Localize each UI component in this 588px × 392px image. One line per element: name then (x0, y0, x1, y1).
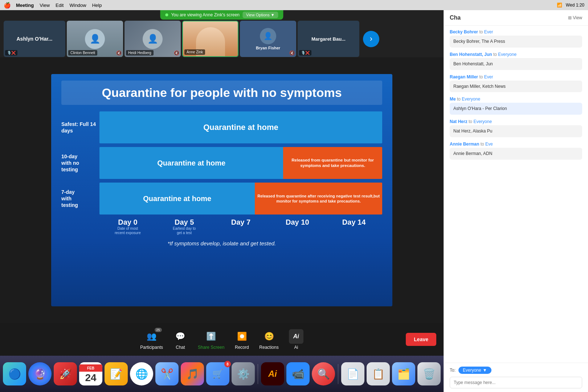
row-14day: Safest: Full 14 days Quarantine at home (61, 111, 382, 143)
ai-icon: Ai (293, 333, 299, 340)
participants-button[interactable]: 👥 25 Participants (140, 329, 163, 350)
message-text-5: Nat Herz, Alaska Pu (450, 125, 582, 137)
menu-help[interactable]: Help (92, 3, 102, 8)
label-14day: Safest: Full 14 days (61, 121, 99, 134)
chat-view-icon[interactable]: ⊞ View (568, 15, 582, 20)
menu-edit[interactable]: Edit (56, 3, 64, 8)
menubar: 🍎 Meeting View Edit Window Help 📶 Wed 1:… (0, 0, 588, 10)
bar-7day-orange: Released from quarantine after receiving… (255, 183, 382, 215)
participant-tile-anne[interactable]: Anne Zink (182, 21, 238, 57)
dock-launchpad[interactable]: 🚀 (54, 362, 77, 385)
share-screen-button[interactable]: ⬆️ Share Screen (198, 329, 224, 350)
menu-window[interactable]: Window (69, 3, 86, 8)
menu-view[interactable]: View (40, 3, 50, 8)
banner-dot (165, 13, 168, 16)
sender-ben: Ben Hohenstatt, Jun (450, 52, 492, 57)
mic-icon-bryan: 🔇 (289, 50, 295, 56)
bar-14day-blue: Quarantine at home (99, 111, 382, 143)
chat-message-2: Ben Hohenstatt, Jun to Everyone Ben Hohe… (450, 52, 582, 70)
participant-tile-heidi[interactable]: 👤 Heidi Hedberg 🔇 (124, 21, 181, 57)
message-text-4: Ashlyn O'Hara - Per Clarion (450, 103, 582, 115)
dock-system-prefs[interactable]: ⚙️ (232, 362, 255, 385)
to-everyone-button[interactable]: Everyone ▼ (458, 367, 491, 374)
dock-files2[interactable]: 📋 (367, 362, 390, 385)
reactions-label: Reactions (259, 345, 278, 350)
message-text-3: Raegan Miller, Ketch News (450, 81, 582, 93)
next-participant-arrow[interactable]: › (363, 31, 379, 47)
main-container: You are viewing Anne Zink's screen View … (0, 10, 588, 392)
message-text-2: Ben Hohenstatt, Jun (450, 58, 582, 70)
mic-icon-heidi: 🔇 (174, 50, 179, 56)
dock-files1[interactable]: 📄 (341, 362, 364, 385)
chat-icon: 💬 (175, 332, 185, 341)
mic-muted-icon-margaret: 🎙️❌ (299, 50, 311, 56)
participant-tile-margaret[interactable]: Margaret Bau... 🎙️❌ (298, 21, 359, 57)
zoom-toolbar: 👥 25 Participants 💬 Chat ⬆️ Share Screen (0, 323, 444, 356)
participants-icon: 👥 (147, 332, 156, 341)
participant-tile-ashlyn[interactable]: Ashlyn O'Har... 🎙️❌ (4, 21, 65, 57)
reactions-button[interactable]: 😊 Reactions (259, 329, 278, 350)
dock-finder[interactable]: 🔵 (3, 362, 26, 385)
day-5-marker: Day 5 Earliest day toget a test (156, 218, 213, 235)
dock-notes[interactable]: 📝 (105, 362, 128, 385)
sender-me: Me (450, 97, 456, 102)
day-14-label: Day 14 (326, 218, 382, 226)
bar-10day-blue: Quarantine at home (99, 147, 283, 179)
to-ever-1: Ever (484, 29, 493, 34)
day-5-label: Day 5 (156, 218, 213, 226)
anne-name-badge: Anne Zink (184, 49, 205, 55)
apple-menu[interactable]: 🍎 (4, 2, 11, 9)
participant-tile-clinton[interactable]: 👤 Clinton Bennett 🔇 (67, 21, 123, 57)
ai-label: Ai (294, 345, 298, 350)
share-screen-icon: ⬆️ (206, 332, 216, 341)
menu-meeting[interactable]: Meeting (16, 3, 34, 8)
ai-button[interactable]: Ai Ai (289, 329, 303, 350)
label-7day: 7-daywithtesting (61, 189, 99, 209)
day-5-sub: Earliest day toget a test (156, 226, 213, 235)
dock-zoom[interactable]: 📹 (286, 362, 310, 385)
record-icon: ⏺️ (237, 332, 247, 341)
dock-search[interactable]: 🔍 (312, 362, 335, 385)
view-options-button[interactable]: View Options ▼ (242, 12, 278, 18)
chat-panel: Cha ⊞ View Becky Bohrer to Ever Becky Bo… (444, 10, 588, 392)
chat-messages[interactable]: Becky Bohrer to Ever Becky Bohrer, The A… (444, 26, 588, 363)
record-button[interactable]: ⏺️ Record (234, 329, 249, 350)
dock-calendar[interactable]: FEB 24 (79, 362, 102, 385)
message-text-6: Annie Berman, ADN (450, 148, 582, 160)
dock: 🔵 🔮 🚀 FEB 24 📝 🌐 ✂️ 🎵 🛒 8 ⚙️ Ai (0, 356, 444, 392)
wifi-icon: 📶 (557, 3, 562, 8)
dock-illustrator[interactable]: Ai (261, 362, 284, 385)
dock-clips[interactable]: ✂️ (155, 362, 179, 385)
chat-input-field[interactable] (450, 377, 582, 388)
participant-tile-bryan[interactable]: 👤 Bryan Fisher 🔇 (240, 21, 296, 57)
screen-share-banner: You are viewing Anne Zink's screen View … (160, 10, 283, 20)
quarantine-table: Safest: Full 14 days Quarantine at home … (61, 111, 382, 246)
day-10-label: Day 10 (269, 218, 326, 226)
day-7-label: Day 7 (213, 218, 269, 226)
to-label: To: (450, 368, 456, 373)
slide: Quarantine for people with no symptoms S… (51, 74, 392, 306)
to-everyone-5: Everyone (473, 119, 492, 124)
day-10-marker: Day 10 (269, 218, 326, 235)
participants-count-badge: 25 (155, 328, 162, 332)
dock-appstore[interactable]: 🛒 8 (206, 362, 229, 385)
slide-title: Quarantine for people with no symptoms (61, 81, 382, 105)
bar-10day-orange: Released from quarantine but monitor for… (283, 147, 382, 179)
dock-trash[interactable]: 🗑️ (417, 362, 441, 385)
to-text-1: to (479, 29, 484, 34)
chat-label: Chat (176, 345, 185, 350)
to-everyone-2: Everyone (498, 52, 516, 57)
to-text-6: to (481, 142, 485, 147)
leave-button[interactable]: Leave (406, 333, 436, 346)
day-14-marker: Day 14 (326, 218, 382, 235)
chat-button[interactable]: 💬 Chat (173, 329, 188, 350)
dock-siri[interactable]: 🔮 (28, 362, 52, 385)
dock-chrome[interactable]: 🌐 (130, 362, 153, 385)
dock-files3[interactable]: 🗂️ (392, 362, 415, 385)
to-text-5: to (469, 119, 473, 124)
zoom-area: You are viewing Anne Zink's screen View … (0, 10, 444, 392)
chat-message-6: Annie Berman to Eve Annie Berman, ADN (450, 142, 582, 160)
dock-music[interactable]: 🎵 (181, 362, 204, 385)
to-recipient-label: Everyone (463, 368, 481, 373)
chat-title: Cha (450, 15, 461, 21)
